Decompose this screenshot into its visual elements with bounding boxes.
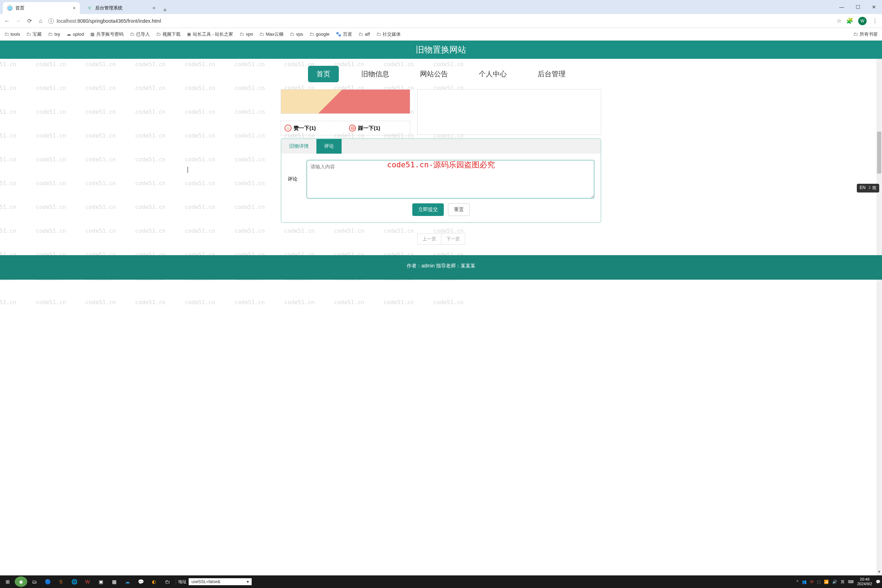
reload-button[interactable]: ⟳ <box>26 18 33 24</box>
page-viewport: code51.cncode51.cncode51.cncode51.cncode… <box>0 40 882 575</box>
comment-field-label: 评论 <box>288 176 302 182</box>
new-tab-button[interactable]: + <box>160 7 171 14</box>
folder-icon: 🗀 <box>309 32 314 37</box>
folder-icon: 🗀 <box>130 32 134 37</box>
bookmark-item[interactable]: 🗀视频下载 <box>156 31 181 38</box>
site-header: 旧物置换网站 <box>0 40 882 59</box>
close-window-button[interactable]: ✕ <box>866 0 882 14</box>
browser-toolbar: ← → ⟳ ⌂ i localhost:8080/springboota4365… <box>0 14 882 28</box>
sheet-icon: ▦ <box>90 32 94 37</box>
comment-textarea[interactable] <box>307 160 594 198</box>
like-label: 赞一下(1) <box>294 125 316 132</box>
moon-icon: ☽ <box>867 185 871 191</box>
nav-admin[interactable]: 后台管理 <box>529 66 574 82</box>
dislike-button[interactable]: ☹ 踩一下(1) <box>345 121 410 135</box>
menu-button[interactable]: ⋮ <box>872 18 879 24</box>
bookmark-item[interactable]: 🗀tools <box>4 32 20 37</box>
bookmark-item[interactable]: ▣站长工具 - 站长之家 <box>187 31 234 38</box>
cloud-icon: ☁ <box>66 32 71 37</box>
nav-home[interactable]: 首页 <box>308 66 339 82</box>
like-button[interactable]: ☺ 赞一下(1) <box>281 121 345 135</box>
baidu-icon: 🐾 <box>336 32 341 37</box>
vertical-scrollbar[interactable]: ▲ ▼ <box>876 40 882 575</box>
bookmark-item[interactable]: 🗀宝藏 <box>26 31 42 38</box>
tab-detail[interactable]: 旧物详情 <box>281 139 316 154</box>
site-footer: 作者：admin 指导老师：某某某 <box>0 255 882 280</box>
nav-items[interactable]: 旧物信息 <box>353 66 398 82</box>
nav-profile[interactable]: 个人中心 <box>470 66 515 82</box>
url-path: 8080/springboota4365/front/index.html <box>77 18 161 24</box>
folder-icon: 🗀 <box>48 32 52 37</box>
browser-tab-inactive[interactable]: V 后台管理系统 × <box>82 2 160 14</box>
bookmark-item[interactable]: 🗀已导入 <box>130 31 150 38</box>
folder-icon: 🗀 <box>290 32 294 37</box>
back-button[interactable]: ← <box>3 18 10 24</box>
home-button[interactable]: ⌂ <box>37 18 44 24</box>
folder-icon: 🗀 <box>239 32 244 37</box>
bookmark-item[interactable]: 🗀google <box>309 32 329 37</box>
browser-tab-active[interactable]: 🌐 首页 × <box>3 2 80 14</box>
close-icon[interactable]: × <box>73 5 76 11</box>
bookmark-star-icon[interactable]: ☆ <box>837 18 842 24</box>
folder-icon: 🗀 <box>853 32 858 37</box>
bookmark-item[interactable]: 🗀vpn <box>239 32 253 37</box>
nav-announcements[interactable]: 网站公告 <box>412 66 456 82</box>
browser-tab-strip: 🌐 首页 × V 后台管理系统 × + — ☐ ✕ <box>0 0 882 14</box>
folder-icon: 🗀 <box>26 32 31 37</box>
main-nav: 首页 旧物信息 网站公告 个人中心 后台管理 <box>0 59 882 89</box>
scroll-thumb[interactable] <box>877 132 881 174</box>
dislike-label: 踩一下(1) <box>358 125 380 132</box>
folder-icon: 🗀 <box>156 32 160 37</box>
bookmark-item[interactable]: ☁uplod <box>66 32 84 37</box>
bookmark-item[interactable]: 🗀txy <box>48 32 60 37</box>
site-title: 旧物置换网站 <box>416 45 466 54</box>
all-bookmarks-button[interactable]: 🗀所有书签 <box>853 31 878 38</box>
bookmark-item[interactable]: 🗀社交媒体 <box>376 31 401 38</box>
folder-icon: 🗀 <box>260 32 264 37</box>
tab-comment[interactable]: 评论 <box>316 139 342 154</box>
detail-tabs-panel: 旧物详情 评论 评论 立即提交 重置 <box>281 138 601 223</box>
prev-page-button[interactable]: 上一页 <box>417 234 441 244</box>
profile-avatar[interactable]: W <box>858 17 867 25</box>
extensions-icon[interactable]: 🧩 <box>846 18 853 24</box>
folder-icon: 🗀 <box>4 32 9 37</box>
minimize-button[interactable]: — <box>834 0 850 14</box>
bookmark-item[interactable]: 🗀aff <box>358 32 370 37</box>
bookmark-item[interactable]: 🗀vps <box>290 32 303 37</box>
folder-icon: 🗀 <box>358 32 363 37</box>
frown-icon: ☹ <box>349 124 356 132</box>
footer-text: 作者：admin 指导老师：某某某 <box>407 263 475 268</box>
close-icon[interactable]: × <box>153 5 155 11</box>
scroll-down-arrow[interactable]: ▼ <box>876 570 882 575</box>
product-info-panel <box>417 89 601 135</box>
bookmark-item[interactable]: 🗀Max云梯 <box>260 31 284 38</box>
site-info-icon[interactable]: i <box>48 18 54 24</box>
vue-icon: V <box>87 5 92 11</box>
bookmark-item[interactable]: ▦共享账号密码 <box>90 31 123 38</box>
bookmarks-bar: 🗀tools 🗀宝藏 🗀txy ☁uplod ▦共享账号密码 🗀已导入 🗀视频下… <box>0 28 882 40</box>
bookmark-item[interactable]: 🐾百度 <box>336 31 352 38</box>
folder-icon: 🗀 <box>376 32 381 37</box>
forward-button[interactable]: → <box>15 18 22 24</box>
globe-icon: 🌐 <box>7 5 13 11</box>
product-image <box>281 89 410 114</box>
next-page-button[interactable]: 下一页 <box>441 234 465 244</box>
pagination: 上一页 下一页 <box>281 234 601 255</box>
reaction-bar: ☺ 赞一下(1) ☹ 踩一下(1) <box>281 121 410 135</box>
submit-button[interactable]: 立即提交 <box>412 203 444 216</box>
reset-button[interactable]: 重置 <box>448 203 470 216</box>
site-icon: ▣ <box>187 32 191 37</box>
url-host: localhost: <box>57 18 77 24</box>
text-cursor <box>188 166 188 173</box>
maximize-button[interactable]: ☐ <box>850 0 866 14</box>
tab-title: 首页 <box>15 5 24 11</box>
tab-title: 后台管理系统 <box>95 5 123 11</box>
ime-indicator[interactable]: EN ☽ 简 <box>857 184 879 192</box>
address-bar[interactable]: i localhost:8080/springboota4365/front/i… <box>48 18 832 24</box>
smile-icon: ☺ <box>285 124 291 132</box>
